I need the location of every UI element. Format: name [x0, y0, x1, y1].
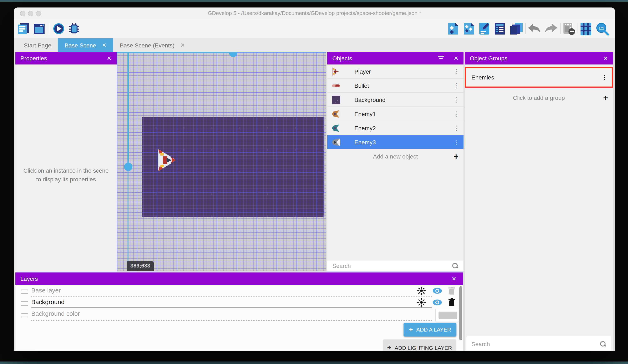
object-name: Enemy2 [354, 124, 376, 131]
plus-icon[interactable]: + [454, 152, 459, 161]
objects-panel: Objects ✕ Player ⋮ Bullet ⋮ [327, 52, 464, 271]
properties-panel-header: Properties ✕ [15, 52, 117, 64]
drag-handle-icon[interactable] [21, 301, 28, 306]
properties-panel-icon[interactable] [479, 22, 491, 35]
zoom-1-1-icon[interactable]: 1:1 [596, 22, 608, 35]
screenshot-stage: GDevelop 5 - /Users/dkarakay/Documents/G… [0, 0, 628, 364]
undo-icon[interactable] [528, 23, 540, 36]
close-icon[interactable]: ✕ [452, 275, 457, 282]
desktop-top-strip [0, 0, 628, 2]
tab-label: Base Scene (Events) [120, 42, 174, 49]
object-row-enemy3-selected[interactable]: Enemy3 ⋮ [327, 135, 464, 149]
kebab-menu-icon[interactable]: ⋮ [453, 110, 459, 118]
background-color-picker[interactable] [435, 309, 461, 322]
scene-height-handle[interactable] [124, 163, 132, 171]
tab-base-scene-events[interactable]: Base Scene (Events) ✕ [113, 38, 192, 52]
enemy1-thumbnail [331, 109, 341, 118]
visibility-eye-icon[interactable] [432, 286, 441, 295]
add-object-label: Add a new object [327, 153, 464, 160]
drag-handle-icon[interactable] [21, 313, 28, 317]
layer-name[interactable]: Base layer [31, 287, 61, 294]
filter-icon[interactable] [438, 55, 445, 61]
close-icon[interactable]: ✕ [454, 55, 459, 61]
object-row-player[interactable]: Player ⋮ [327, 64, 464, 79]
search-icon [600, 341, 606, 347]
center-view-icon[interactable] [417, 286, 426, 295]
objects-panel-icon[interactable] [447, 22, 460, 35]
add-object-row[interactable]: Add a new object + [327, 149, 464, 164]
scene-left-boundary-faint [127, 170, 129, 271]
toolbar-separator [578, 23, 578, 34]
plus-icon[interactable]: + [603, 93, 608, 103]
scene-preview-icon[interactable] [33, 22, 45, 35]
debug-icon[interactable] [68, 22, 80, 35]
grid-icon[interactable] [580, 22, 593, 35]
scene-top-boundary [117, 52, 232, 53]
group-row-enemies-highlighted[interactable]: Enemies ⋮ [465, 67, 613, 88]
close-icon[interactable]: ✕ [107, 55, 112, 61]
visibility-eye-icon[interactable] [432, 298, 441, 307]
objects-panel-header: Objects ✕ [327, 52, 464, 64]
plus-icon: + [409, 325, 413, 334]
kebab-menu-icon[interactable]: ⋮ [453, 124, 459, 132]
title-bar: GDevelop 5 - /Users/dkarakay/Documents/G… [14, 7, 615, 20]
object-row-background[interactable]: Background ⋮ [327, 93, 464, 107]
editor-tabs: Start Page Base Scene ✕ Base Scene (Even… [14, 38, 615, 52]
kebab-menu-icon[interactable]: ⋮ [453, 68, 459, 75]
project-manager-icon[interactable] [17, 22, 30, 35]
layer-row-base: Base layer [15, 285, 463, 297]
kebab-menu-icon[interactable]: ⋮ [453, 138, 459, 146]
redo-icon[interactable] [544, 23, 557, 36]
color-swatch[interactable] [439, 311, 457, 319]
toolbar-separator [49, 23, 49, 34]
add-layer-button[interactable]: + ADD A LAYER [403, 323, 457, 337]
kebab-menu-icon[interactable]: ⋮ [453, 82, 459, 89]
groups-search [467, 336, 611, 351]
object-row-bullet[interactable]: Bullet ⋮ [327, 79, 464, 93]
kebab-menu-icon[interactable]: ⋮ [453, 96, 459, 103]
close-icon[interactable]: ✕ [603, 55, 608, 61]
plus-icon: + [387, 344, 391, 351]
editor-content: Properties ✕ Click on an instance in the… [14, 52, 615, 351]
add-group-row[interactable]: Click to add a group + [465, 89, 613, 106]
object-name: Bullet [354, 82, 369, 89]
layers-panel-header: Layers ✕ [15, 272, 463, 285]
layer-name[interactable]: Background [31, 298, 65, 305]
object-name: Enemy3 [354, 139, 376, 145]
scene-canvas[interactable]: 389;633 [117, 52, 326, 271]
toolbar-separator [525, 23, 526, 34]
player-instance[interactable] [157, 148, 176, 173]
add-lighting-layer-button[interactable]: + ADD LIGHTING LAYER [383, 339, 457, 351]
properties-empty-message: Click on an instance in the scene to dis… [21, 166, 111, 184]
render-mask-icon[interactable] [563, 22, 575, 35]
panel-title: Object Groups [470, 55, 507, 61]
tab-start-page[interactable]: Start Page [17, 38, 58, 52]
delete-layer-icon[interactable] [448, 298, 457, 307]
tab-label: Base Scene [65, 42, 96, 49]
kebab-menu-icon[interactable]: ⋮ [601, 74, 608, 81]
instances-list-icon[interactable] [494, 22, 507, 35]
objects-search-input[interactable] [327, 262, 452, 269]
object-groups-panel-icon[interactable] [463, 22, 475, 35]
objects-search [327, 260, 464, 271]
drag-handle-icon[interactable] [21, 290, 28, 294]
object-row-enemy1[interactable]: Enemy1 ⋮ [327, 107, 464, 121]
center-view-icon[interactable] [417, 298, 426, 307]
tab-base-scene[interactable]: Base Scene ✕ [58, 38, 113, 52]
layer-name-underline [31, 320, 432, 321]
play-icon[interactable] [53, 23, 65, 35]
layers-scrollbar-thumb[interactable] [459, 286, 462, 340]
layers-panel: Layers ✕ Base layer [15, 272, 463, 351]
enemy2-thumbnail [331, 123, 341, 132]
groups-search-input[interactable] [467, 341, 600, 347]
layer-name[interactable]: Background color [31, 310, 80, 317]
close-tab-icon[interactable]: ✕ [102, 42, 106, 48]
object-row-enemy2[interactable]: Enemy2 ⋮ [327, 121, 464, 135]
layers-panel-icon[interactable] [510, 22, 522, 35]
object-name: Player [354, 68, 371, 75]
zoom-ratio-label: 1:1 [599, 26, 604, 30]
close-tab-icon[interactable]: ✕ [180, 42, 185, 48]
layer-row-background: Background [15, 297, 463, 308]
delete-layer-icon-disabled[interactable] [448, 286, 457, 295]
toolbar-separator [560, 23, 560, 34]
